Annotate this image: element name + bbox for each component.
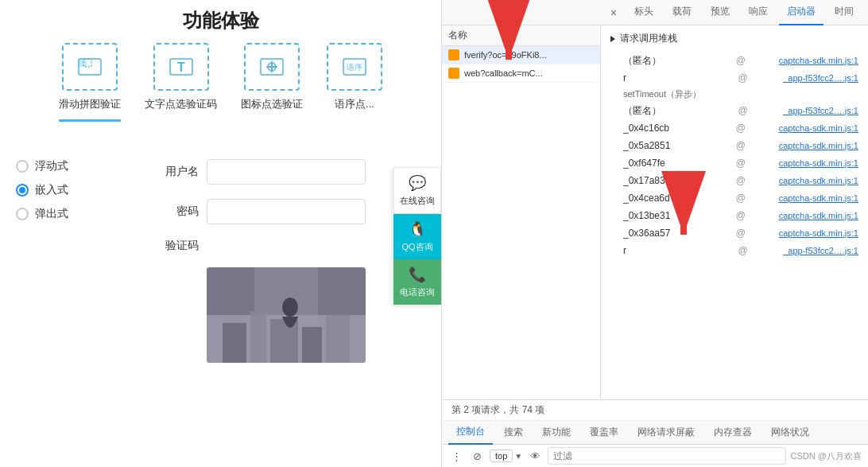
tab-payload[interactable]: 载荷 [665, 0, 699, 25]
qq-consult-label: QQ咨询 [401, 241, 432, 253]
password-input[interactable] [207, 199, 366, 224]
svg-rect-15 [302, 327, 322, 363]
file-0[interactable]: captcha-sdk.min.js:1 [779, 54, 858, 68]
mode-popup[interactable]: 弹出式 [16, 207, 68, 221]
svg-point-17 [282, 298, 298, 317]
func-6: _0x17a839 [623, 173, 703, 188]
console-block-icon[interactable]: ⊘ [469, 448, 485, 464]
call-stack-row-8: _0x13be31 @ captcha-sdk.min.js:1 [610, 207, 858, 224]
file-1[interactable]: _app-f53fcc2….js:1 [783, 72, 858, 85]
popup-radio[interactable] [16, 208, 29, 220]
sep-1: @ [738, 71, 748, 85]
online-consult-btn[interactable]: 💬 在线咨询 [393, 167, 441, 214]
file-10[interactable]: _app-f53fcc2….js:1 [783, 244, 858, 258]
tab-timing[interactable]: 时间 [827, 0, 862, 25]
mode-embed[interactable]: 嵌入式 [16, 183, 68, 197]
qq-icon: 🐧 [409, 220, 426, 238]
mode-float[interactable]: 浮动式 [16, 159, 68, 173]
console-tab-console[interactable]: 控制台 [448, 421, 493, 445]
request-count: 第 2 项请求，共 74 项 [451, 404, 544, 415]
request-count-bar: 第 2 项请求，共 74 项 [442, 400, 868, 421]
console-tab-search[interactable]: 搜索 [496, 421, 531, 445]
chevron-down-icon[interactable]: ▼ [514, 452, 522, 461]
sep-5: @ [736, 156, 746, 170]
captcha-types: 滑动拼图验证 T 文字点选验证码 [0, 43, 441, 134]
devtools-footer: 第 2 项请求，共 74 项 控制台 搜索 新功能 覆盖率 网络请求屏蔽 内存查… [442, 399, 868, 467]
file-6[interactable]: captcha-sdk.min.js:1 [779, 174, 858, 188]
password-row: 密码 [159, 199, 366, 224]
func-2: （匿名） [623, 103, 703, 118]
sep-4: @ [736, 138, 746, 153]
console-tab-block[interactable]: 网络请求屏蔽 [630, 421, 703, 445]
sep-3: @ [736, 121, 746, 135]
captcha-row: 验证码 [159, 239, 366, 253]
call-stack-row-10: r @ _app-f53fcc2….js:1 [610, 242, 858, 259]
call-stack-panel: 请求调用堆栈 （匿名） @ captcha-sdk.min.js:1 r @ _… [601, 25, 868, 399]
console-menu-icon[interactable]: ⋮ [448, 448, 464, 464]
captcha-type-seq[interactable]: 语序 语序点... [327, 43, 382, 122]
float-radio[interactable] [16, 160, 29, 173]
svg-rect-16 [326, 315, 350, 363]
demo-title: 功能体验 [0, 0, 441, 43]
top-dropdown[interactable]: top ▼ [490, 449, 522, 462]
file-9[interactable]: captcha-sdk.min.js:1 [779, 227, 858, 240]
text-type-label: 文字点选验证码 [145, 97, 217, 111]
captcha-type-text[interactable]: T 文字点选验证码 [145, 43, 217, 122]
network-item-name-1: web?callback=mC... [464, 68, 543, 78]
phone-consult-btn[interactable]: 📞 电话咨询 [393, 259, 441, 305]
sep-10: @ [738, 243, 748, 258]
file-3[interactable]: captcha-sdk.min.js:1 [779, 122, 858, 135]
captcha-image [207, 267, 366, 363]
captcha-type-icon[interactable]: 图标点选验证 [241, 43, 303, 122]
sep-0: @ [736, 53, 746, 68]
network-item-0[interactable]: fverify?oc=h9oFKi8... [442, 46, 600, 64]
func-4: _0x5a2851 [623, 138, 703, 153]
captcha-bg-svg [207, 267, 366, 363]
embed-radio[interactable] [16, 184, 29, 197]
tab-preview[interactable]: 预览 [703, 0, 738, 25]
file-4[interactable]: captcha-sdk.min.js:1 [779, 139, 858, 153]
form-area: 用户名 密码 验证码 [159, 159, 366, 363]
console-tab-network[interactable]: 网络状况 [763, 421, 817, 445]
network-name-col: 名称 [448, 29, 467, 42]
devtools-close-btn[interactable]: × [604, 3, 623, 22]
file-2[interactable]: _app-f53fcc2….js:1 [783, 104, 858, 118]
tab-response[interactable]: 响应 [741, 0, 776, 25]
username-input[interactable] [207, 159, 366, 185]
sep-9: @ [736, 226, 746, 240]
network-item-1[interactable]: web?callback=mC... [442, 64, 600, 83]
qq-consult-btn[interactable]: 🐧 QQ咨询 [393, 214, 441, 259]
captcha-type-slide[interactable]: 滑动拼图验证 [59, 43, 121, 122]
console-tab-memory[interactable]: 内存查器 [706, 421, 760, 445]
func-1: r [623, 71, 703, 85]
call-stack-row-9: _0x36aa57 @ captcha-sdk.min.js:1 [610, 224, 858, 242]
network-list-header: 名称 [442, 25, 600, 46]
slide-active-indicator [59, 119, 121, 122]
svg-text:语序: 语序 [347, 63, 362, 72]
icon-captcha-icon [259, 54, 285, 80]
filter-input[interactable] [548, 447, 785, 465]
embed-radio-dot [19, 187, 25, 193]
console-tab-new[interactable]: 新功能 [534, 421, 579, 445]
mode-section: 浮动式 嵌入式 弹出式 [16, 159, 68, 221]
devtools-header: × 标头 载荷 预览 响应 启动器 时间 [442, 0, 868, 25]
call-stack-title-text: 请求调用堆栈 [620, 32, 677, 45]
eye-icon[interactable]: 👁 [527, 448, 543, 464]
top-label[interactable]: top [490, 449, 513, 462]
file-7[interactable]: captcha-sdk.min.js:1 [779, 192, 858, 205]
phone-consult-label: 电话咨询 [400, 286, 435, 298]
call-stack-row-4: _0x5a2851 @ captcha-sdk.min.js:1 [610, 137, 858, 154]
file-8[interactable]: captcha-sdk.min.js:1 [779, 209, 858, 223]
console-toolbar: ⋮ ⊘ top ▼ 👁 CSDN @八月欢喜 [442, 445, 868, 467]
float-buttons: 💬 在线咨询 🐧 QQ咨询 📞 电话咨询 [393, 167, 441, 305]
password-label: 密码 [159, 204, 199, 219]
console-tab-coverage[interactable]: 覆盖率 [582, 421, 626, 445]
file-5[interactable]: captcha-sdk.min.js:1 [779, 157, 858, 170]
watermark: CSDN @八月欢喜 [791, 450, 862, 462]
network-list: 名称 fverify?oc=h9oFKi8... web?callback=mC… [442, 25, 601, 399]
call-stack-row-1: r @ _app-f53fcc2….js:1 [610, 69, 858, 87]
tab-header[interactable]: 标头 [626, 0, 661, 25]
tab-initiator[interactable]: 启动器 [779, 0, 823, 25]
func-7: _0x4cea6d [623, 191, 703, 205]
func-8: _0x13be31 [623, 208, 703, 223]
